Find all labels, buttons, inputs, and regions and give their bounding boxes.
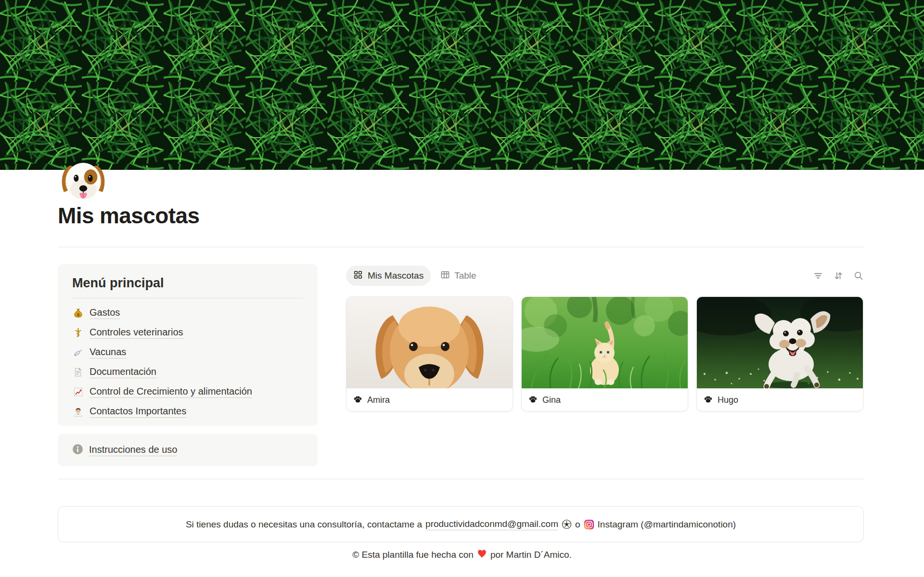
- menu-link-label[interactable]: Contactos Importantes: [90, 406, 186, 418]
- paw-prints-icon: [528, 395, 538, 406]
- menu-item-vacunas[interactable]: Vacunas: [72, 343, 303, 362]
- gallery-view-icon: [353, 270, 363, 282]
- pet-photo-hugo: [697, 297, 863, 388]
- pet-name: Hugo: [718, 395, 738, 405]
- pet-photo-amira: [346, 297, 513, 388]
- menu-heading: Menú principal: [72, 276, 303, 291]
- view-tabs: Mis Mascotas Table: [346, 266, 481, 286]
- instructions-link-label[interactable]: Instrucciones de uso: [89, 444, 177, 456]
- pet-name: Amira: [367, 395, 390, 405]
- menu-item-gastos[interactable]: $ Gastos: [72, 303, 303, 323]
- page-document-icon: [72, 367, 84, 378]
- contact-line: Si tienes dudas o necesitas una consulto…: [186, 519, 736, 530]
- table-view-icon: [440, 270, 450, 282]
- menu-link-label[interactable]: Gastos: [90, 307, 120, 319]
- menu-link-label[interactable]: Documentación: [90, 366, 156, 378]
- soccer-ball-icon: [562, 519, 572, 529]
- medical-symbol-icon: [72, 327, 84, 339]
- pet-name: Gina: [542, 395, 561, 405]
- gallery-cards: Amira: [346, 296, 864, 411]
- sort-icon[interactable]: [833, 270, 844, 281]
- page-title: Mis mascotas: [58, 203, 732, 229]
- menu-item-controles-veterinarios[interactable]: Controles veterinarios: [72, 323, 303, 343]
- menu-divider: [72, 298, 303, 298]
- divider: [58, 247, 864, 247]
- chart-increasing-icon: [72, 386, 84, 398]
- pets-database: Mis Mascotas Table: [346, 265, 864, 411]
- separator-text: o: [575, 519, 580, 530]
- card-caption: Gina: [522, 388, 688, 411]
- menu-link-label[interactable]: Controles veterinarios: [90, 327, 183, 339]
- menu-item-documentacion[interactable]: Documentación: [72, 362, 303, 382]
- svg-text:$: $: [77, 312, 79, 317]
- red-heart-icon: [477, 549, 487, 561]
- menu-link-label[interactable]: Vacunas: [90, 346, 126, 359]
- tab-label: Table: [454, 270, 476, 281]
- menu-list: $ Gastos Controles veterinarios Vacunas: [72, 303, 303, 422]
- menu-principal-box: Menú principal $ Gastos Controles veteri…: [58, 264, 318, 426]
- paw-prints-icon: [704, 395, 713, 406]
- email-link[interactable]: productividadconmd@gmail.com: [425, 519, 558, 530]
- menu-link-label[interactable]: Control de Crecimiento y alimentación: [90, 386, 252, 398]
- divider: [58, 479, 864, 479]
- credit-line: © Esta plantilla fue hecha con por Marti…: [0, 549, 924, 561]
- contact-box: Si tienes dudas o necesitas una consulto…: [58, 506, 864, 542]
- database-toolbar: Mis Mascotas Table: [346, 265, 864, 286]
- search-icon[interactable]: [853, 270, 864, 281]
- notion-page: Mis mascotas Menú principal $ Gastos Con…: [0, 0, 924, 577]
- info-icon: [72, 444, 83, 457]
- credit-text-after: por Martin D´Amico.: [490, 550, 572, 560]
- paw-prints-icon: [353, 395, 362, 406]
- instagram-icon: [584, 519, 594, 530]
- filter-icon[interactable]: [813, 270, 823, 281]
- health-worker-icon: [72, 406, 84, 418]
- menu-item-contactos-importantes[interactable]: Contactos Importantes: [72, 402, 303, 422]
- instagram-label[interactable]: Instagram (@martindamiconotion): [598, 519, 736, 530]
- pet-card-amira[interactable]: Amira: [346, 296, 513, 411]
- menu-item-control-crecimiento[interactable]: Control de Crecimiento y alimentación: [72, 382, 303, 402]
- card-caption: Amira: [346, 388, 513, 411]
- syringe-icon: [72, 347, 84, 359]
- tab-mis-mascotas[interactable]: Mis Mascotas: [346, 266, 431, 286]
- tab-label: Mis Mascotas: [368, 270, 424, 281]
- tab-table[interactable]: Table: [436, 270, 481, 282]
- page-icon-dog-face[interactable]: [57, 154, 110, 207]
- pet-card-gina[interactable]: Gina: [521, 296, 688, 411]
- database-actions: [813, 270, 864, 281]
- credit-text-before: © Esta plantilla fue hecha con: [352, 550, 474, 560]
- cover-image-grass: [0, 0, 924, 170]
- pet-card-hugo[interactable]: Hugo: [696, 296, 863, 411]
- money-bag-icon: $: [72, 308, 84, 319]
- instrucciones-box[interactable]: Instrucciones de uso: [58, 434, 318, 466]
- card-caption: Hugo: [697, 388, 863, 411]
- contact-text: Si tienes dudas o necesitas una consulto…: [186, 519, 422, 530]
- pet-photo-gina: [522, 297, 688, 388]
